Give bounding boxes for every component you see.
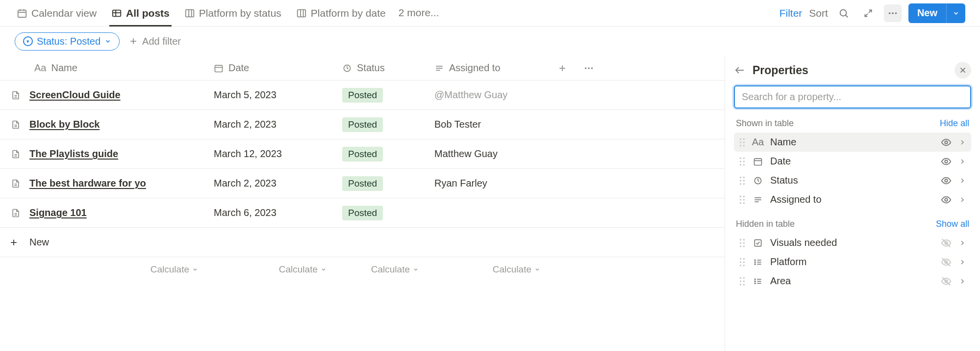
- drag-handle-icon[interactable]: [739, 138, 746, 147]
- row-status[interactable]: Posted: [335, 139, 427, 168]
- column-options-button[interactable]: [576, 58, 602, 79]
- visibility-toggle[interactable]: [941, 156, 952, 167]
- tab-platform-by-date[interactable]: Platform by date: [294, 4, 388, 26]
- property-search-input[interactable]: [734, 85, 971, 108]
- svg-point-68: [740, 183, 741, 185]
- table-row[interactable]: Signage 101 March 6, 2023 Posted: [0, 198, 725, 228]
- property-item[interactable]: Aa Name: [734, 133, 971, 152]
- row-assigned[interactable]: Bob Tester: [427, 110, 549, 139]
- search-icon[interactable]: [835, 4, 853, 22]
- row-name[interactable]: Block by Block: [29, 119, 100, 130]
- property-item[interactable]: Date: [734, 152, 971, 171]
- visibility-toggle[interactable]: [941, 175, 952, 186]
- visibility-toggle[interactable]: [941, 137, 952, 148]
- hide-all-button[interactable]: Hide all: [940, 118, 969, 129]
- property-item[interactable]: Visuals needed: [734, 233, 971, 252]
- property-item[interactable]: Platform: [734, 252, 971, 271]
- calculate-button[interactable]: Calculate: [427, 264, 549, 275]
- visibility-toggle[interactable]: [941, 257, 952, 268]
- drag-handle-icon[interactable]: [739, 258, 746, 267]
- svg-point-82: [740, 239, 741, 240]
- column-header-assigned[interactable]: Assigned to: [427, 57, 549, 79]
- add-column-button[interactable]: [549, 58, 576, 78]
- add-filter-label: Add filter: [142, 36, 181, 47]
- tab-platform-by-status[interactable]: Platform by status: [182, 4, 283, 26]
- tab-more-views[interactable]: 2 more...: [399, 7, 439, 24]
- row-date[interactable]: March 2, 2023: [207, 169, 335, 198]
- table-row[interactable]: The best hardware for yo March 2, 2023 P…: [0, 169, 725, 198]
- row-status[interactable]: Posted: [335, 198, 427, 227]
- row-assigned[interactable]: Matthew Guay: [427, 139, 549, 168]
- drag-handle-icon[interactable]: [739, 195, 746, 204]
- drag-handle-icon[interactable]: [739, 176, 746, 185]
- drag-handle-icon[interactable]: [739, 277, 746, 286]
- calculate-button[interactable]: Calculate: [27, 264, 207, 275]
- calculate-button[interactable]: Calculate: [335, 264, 427, 275]
- more-options-icon[interactable]: [884, 4, 902, 22]
- table-row[interactable]: Block by Block March 2, 2023 Posted Bob …: [0, 110, 725, 139]
- chevron-right-icon[interactable]: [958, 158, 966, 165]
- chevron-right-icon[interactable]: [958, 258, 966, 266]
- row-name[interactable]: The best hardware for yo: [29, 178, 146, 189]
- property-item[interactable]: Assigned to: [734, 190, 971, 209]
- svg-point-58: [743, 161, 745, 162]
- back-button[interactable]: [734, 64, 746, 76]
- row-status[interactable]: Posted: [335, 169, 427, 198]
- row-date[interactable]: March 2, 2023: [207, 110, 335, 139]
- text-type-icon: Aa: [34, 62, 46, 74]
- chevron-down-icon: [192, 267, 198, 272]
- column-header-status[interactable]: Status: [335, 57, 427, 79]
- visibility-toggle[interactable]: [941, 194, 952, 205]
- drag-handle-icon[interactable]: [739, 157, 746, 166]
- chevron-right-icon[interactable]: [958, 177, 966, 185]
- new-button-label: New: [908, 3, 946, 23]
- calculate-button[interactable]: Calculate: [207, 264, 335, 275]
- column-header-date[interactable]: Date: [207, 57, 335, 79]
- property-item[interactable]: Area: [734, 271, 971, 291]
- expand-icon[interactable]: [859, 4, 877, 22]
- visibility-toggle[interactable]: [941, 238, 952, 248]
- row-assigned[interactable]: [427, 198, 549, 227]
- row-status[interactable]: Posted: [335, 110, 427, 139]
- row-name[interactable]: The Playlists guide: [29, 148, 118, 160]
- sort-button[interactable]: Sort: [809, 7, 828, 19]
- row-status[interactable]: Posted: [335, 81, 427, 109]
- svg-point-83: [743, 239, 745, 240]
- table-row[interactable]: The Playlists guide March 12, 2023 Poste…: [0, 139, 725, 169]
- svg-point-50: [740, 141, 741, 143]
- row-assigned[interactable]: @Matthew Guay: [427, 81, 549, 109]
- svg-point-96: [743, 265, 745, 266]
- visibility-toggle[interactable]: [941, 276, 952, 287]
- chevron-right-icon[interactable]: [958, 196, 966, 204]
- row-date[interactable]: March 6, 2023: [207, 198, 335, 227]
- tab-calendar-view[interactable]: Calendar view: [15, 4, 99, 26]
- svg-point-52: [740, 145, 741, 146]
- row-name[interactable]: Signage 101: [29, 207, 87, 218]
- table-row[interactable]: ScreenCloud Guide March 5, 2023 Posted @…: [0, 81, 725, 110]
- chevron-right-icon[interactable]: [958, 277, 966, 285]
- row-date[interactable]: March 5, 2023: [207, 81, 335, 109]
- new-row-button[interactable]: New: [0, 228, 725, 257]
- svg-point-111: [754, 279, 755, 280]
- add-filter-button[interactable]: Add filter: [128, 36, 181, 47]
- property-item[interactable]: Status: [734, 171, 971, 190]
- filter-button[interactable]: Filter: [779, 7, 803, 19]
- row-date[interactable]: March 12, 2023: [207, 139, 335, 168]
- chevron-right-icon[interactable]: [958, 239, 966, 247]
- table-header: Aa Name Date Status: [0, 56, 725, 81]
- calendar-icon: [17, 8, 27, 19]
- drag-handle-icon[interactable]: [739, 239, 746, 247]
- row-assigned[interactable]: Ryan Farley: [427, 169, 549, 198]
- calculate-row: Calculate Calculate Calculate Calculate: [0, 257, 725, 282]
- new-button[interactable]: New: [908, 3, 965, 23]
- svg-point-93: [740, 261, 741, 263]
- filter-chip-status[interactable]: Status: Posted: [15, 32, 120, 51]
- column-header-name[interactable]: Aa Name: [27, 57, 207, 79]
- close-button[interactable]: [955, 62, 971, 79]
- row-name[interactable]: ScreenCloud Guide: [29, 89, 121, 101]
- chevron-down-icon[interactable]: [946, 3, 965, 23]
- show-all-button[interactable]: Show all: [936, 219, 969, 229]
- svg-point-97: [754, 260, 755, 261]
- chevron-right-icon[interactable]: [958, 138, 966, 146]
- tab-all-posts[interactable]: All posts: [109, 4, 172, 26]
